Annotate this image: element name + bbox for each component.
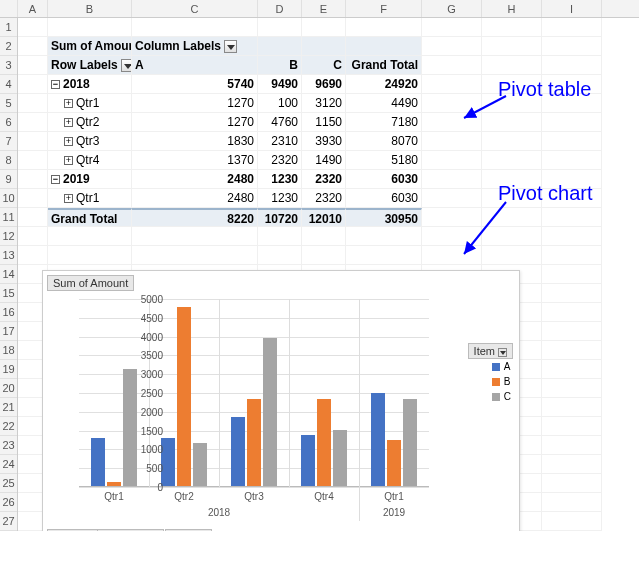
- pivot-row-label[interactable]: +Qtr1: [48, 189, 132, 208]
- pivot-cell[interactable]: 2320: [302, 170, 346, 189]
- bar-C[interactable]: [333, 430, 347, 486]
- col-A[interactable]: A: [18, 0, 48, 17]
- bar-C[interactable]: [263, 338, 277, 486]
- pivot-cell[interactable]: 3930: [302, 132, 346, 151]
- col-G[interactable]: G: [422, 0, 482, 17]
- pivot-cell[interactable]: 2320: [302, 189, 346, 208]
- pivot-cell[interactable]: 4490: [346, 94, 422, 113]
- pivot-cell[interactable]: 1370: [132, 151, 258, 170]
- chart-quarters-pill[interactable]: Quarters: [97, 529, 164, 531]
- pivot-cell[interactable]: 1270: [132, 94, 258, 113]
- expand-icon[interactable]: +: [64, 156, 73, 165]
- row-20[interactable]: 20: [0, 379, 17, 398]
- pivot-row-label[interactable]: −2018: [48, 75, 132, 94]
- row-4[interactable]: 4: [0, 75, 17, 94]
- expand-icon[interactable]: +: [64, 194, 73, 203]
- row-16[interactable]: 16: [0, 303, 17, 322]
- row-24[interactable]: 24: [0, 455, 17, 474]
- pivot-cell[interactable]: 1230: [258, 189, 302, 208]
- bar-B[interactable]: [107, 482, 121, 486]
- bar-A[interactable]: [301, 435, 315, 487]
- row-6[interactable]: 6: [0, 113, 17, 132]
- dropdown-icon[interactable]: [498, 348, 507, 357]
- pivot-cell[interactable]: 6030: [346, 189, 422, 208]
- bar-C[interactable]: [403, 399, 417, 486]
- col-E[interactable]: E: [302, 0, 346, 17]
- pivot-cell[interactable]: 100: [258, 94, 302, 113]
- pivot-cell[interactable]: 1270: [132, 113, 258, 132]
- bar-B[interactable]: [247, 399, 261, 486]
- pivot-cell[interactable]: 2480: [132, 189, 258, 208]
- chart-measure-pill[interactable]: Sum of Amount: [47, 275, 134, 291]
- row-22[interactable]: 22: [0, 417, 17, 436]
- row-14[interactable]: 14: [0, 265, 17, 284]
- pivot-cell[interactable]: 2320: [258, 151, 302, 170]
- bar-C[interactable]: [193, 443, 207, 486]
- expand-icon[interactable]: +: [64, 99, 73, 108]
- pivot-row-label[interactable]: +Qtr1: [48, 94, 132, 113]
- bar-A[interactable]: [91, 438, 105, 486]
- row-19[interactable]: 19: [0, 360, 17, 379]
- pivot-row-label[interactable]: +Qtr3: [48, 132, 132, 151]
- bar-B[interactable]: [387, 440, 401, 486]
- collapse-icon[interactable]: −: [51, 175, 60, 184]
- row-9[interactable]: 9: [0, 170, 17, 189]
- pivot-cell[interactable]: 3120: [302, 94, 346, 113]
- row-13[interactable]: 13: [0, 246, 17, 265]
- col-D[interactable]: D: [258, 0, 302, 17]
- row-25[interactable]: 25: [0, 474, 17, 493]
- row-12[interactable]: 12: [0, 227, 17, 246]
- row-7[interactable]: 7: [0, 132, 17, 151]
- row-11[interactable]: 11: [0, 208, 17, 227]
- pivot-cell[interactable]: 5740: [132, 75, 258, 94]
- row-23[interactable]: 23: [0, 436, 17, 455]
- col-H[interactable]: H: [482, 0, 542, 17]
- collapse-icon[interactable]: −: [51, 80, 60, 89]
- col-I[interactable]: I: [542, 0, 602, 17]
- bar-B[interactable]: [177, 307, 191, 486]
- pivot-cell[interactable]: 2480: [132, 170, 258, 189]
- row-18[interactable]: 18: [0, 341, 17, 360]
- pivot-cell[interactable]: 7180: [346, 113, 422, 132]
- pivot-chart[interactable]: Sum of Amount Item Years Quarters Date +…: [42, 270, 520, 531]
- pivot-cell[interactable]: 1230: [258, 170, 302, 189]
- pivot-cell[interactable]: 1150: [302, 113, 346, 132]
- row-15[interactable]: 15: [0, 284, 17, 303]
- bar-A[interactable]: [161, 438, 175, 486]
- pivot-row-labels[interactable]: Row Labels: [48, 56, 132, 75]
- pivot-column-labels[interactable]: Column Labels: [132, 37, 258, 56]
- row-labels-dropdown-icon[interactable]: [121, 59, 132, 72]
- pivot-row-label[interactable]: −2019: [48, 170, 132, 189]
- pivot-cell[interactable]: 9490: [258, 75, 302, 94]
- row-21[interactable]: 21: [0, 398, 17, 417]
- pivot-cell[interactable]: 6030: [346, 170, 422, 189]
- row-2[interactable]: 2: [0, 37, 17, 56]
- bar-A[interactable]: [371, 393, 385, 486]
- row-27[interactable]: 27: [0, 512, 17, 531]
- column-labels-dropdown-icon[interactable]: [224, 40, 237, 53]
- pivot-cell[interactable]: 1490: [302, 151, 346, 170]
- pivot-cell[interactable]: 2310: [258, 132, 302, 151]
- pivot-cell[interactable]: 24920: [346, 75, 422, 94]
- row-10[interactable]: 10: [0, 189, 17, 208]
- chart-date-pill[interactable]: Date: [165, 529, 212, 531]
- pivot-cell[interactable]: 1830: [132, 132, 258, 151]
- pivot-row-label[interactable]: +Qtr4: [48, 151, 132, 170]
- pivot-cell[interactable]: 4760: [258, 113, 302, 132]
- col-C[interactable]: C: [132, 0, 258, 17]
- expand-icon[interactable]: +: [64, 137, 73, 146]
- col-F[interactable]: F: [346, 0, 422, 17]
- pivot-row-label[interactable]: +Qtr2: [48, 113, 132, 132]
- row-3[interactable]: 3: [0, 56, 17, 75]
- row-26[interactable]: 26: [0, 493, 17, 512]
- col-B[interactable]: B: [48, 0, 132, 17]
- expand-icon[interactable]: +: [64, 118, 73, 127]
- chart-years-pill[interactable]: Years: [47, 529, 99, 531]
- row-8[interactable]: 8: [0, 151, 17, 170]
- pivot-cell[interactable]: 8070: [346, 132, 422, 151]
- row-17[interactable]: 17: [0, 322, 17, 341]
- row-1[interactable]: 1: [0, 18, 17, 37]
- row-5[interactable]: 5: [0, 94, 17, 113]
- pivot-cell[interactable]: 5180: [346, 151, 422, 170]
- bar-A[interactable]: [231, 417, 245, 486]
